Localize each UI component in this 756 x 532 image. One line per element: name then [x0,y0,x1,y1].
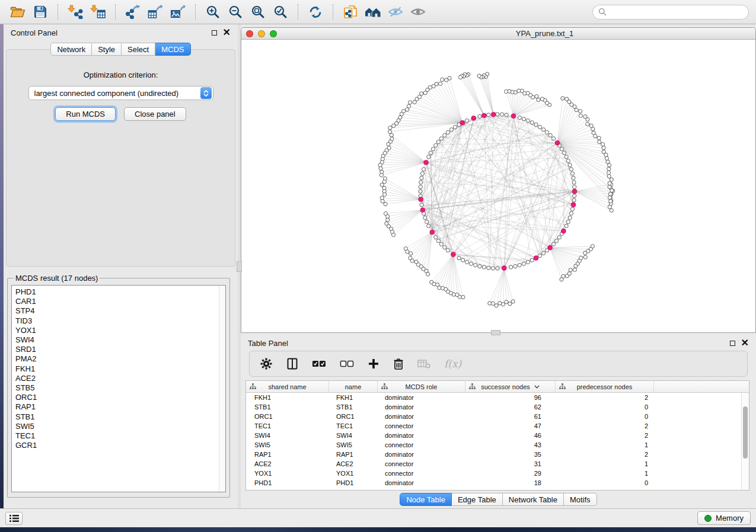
duplicate-network-button[interactable] [340,2,361,21]
table-cell: dominator [378,479,465,486]
network-window-titlebar[interactable]: YPA_prune.txt_1 [241,28,755,40]
mcds-result-item[interactable]: STP4 [15,306,225,316]
maximize-window-button[interactable] [270,30,277,37]
mcds-result-item[interactable]: PMA2 [15,354,225,364]
mcds-result-item[interactable]: RAP1 [15,402,225,412]
mcds-result-item[interactable]: SWI5 [15,422,225,431]
network-window-title: YPA_prune.txt_1 [241,29,755,38]
search-box[interactable] [592,5,749,20]
table-cell: 0 [556,413,654,420]
minimize-window-button[interactable] [258,30,265,37]
column-header-name[interactable]: name [329,381,378,392]
save-floppy-icon [34,5,47,18]
column-type-icon [469,383,476,390]
float-panel-icon[interactable] [730,341,735,346]
zoom-fit-button[interactable] [247,2,269,21]
refresh-layout-button[interactable] [305,2,326,21]
run-mcds-button[interactable]: Run MCDS [55,107,116,121]
import-table-button[interactable] [87,2,109,21]
column-header-predecessor-nodes[interactable]: predecessor nodes [556,381,654,392]
function-builder-button[interactable]: f(x) [444,358,461,370]
column-header-successor-nodes[interactable]: successor nodes [465,381,556,392]
mcds-result-item[interactable]: STB1 [15,412,225,422]
search-input[interactable] [610,7,743,17]
mcds-result-item[interactable]: STB5 [15,383,225,393]
mcds-result-item[interactable]: ORC1 [15,393,225,402]
table-tab-network-table[interactable]: Network Table [503,493,564,506]
export-image-button[interactable] [167,2,189,21]
tab-style[interactable]: Style [92,43,122,56]
mcds-result-item[interactable]: FKH1 [15,364,225,374]
mcds-result-listbox[interactable]: PHD1CAR1STP4TID3YOX1SWI4SRD1PMA2FKH1ACE2… [11,285,226,492]
control-panel: Control Panel ✕ NetworkStyleSelectMCDS O… [4,24,238,508]
table-row[interactable]: ORC1ORC1dominator610 [246,412,749,421]
open-file-button[interactable] [7,2,28,21]
export-network-button[interactable] [122,2,143,21]
table-tab-edge-table[interactable]: Edge Table [452,493,503,506]
vertical-splitter-handle[interactable] [237,261,242,272]
table-settings-button[interactable] [260,357,273,370]
table-row[interactable]: STB1STB1dominator620 [246,402,749,412]
network-graph[interactable] [241,40,755,332]
delete-entries-button[interactable] [393,358,404,370]
list-scrollbar[interactable] [219,286,225,492]
table-tab-motifs[interactable]: Motifs [564,493,597,506]
show-columns-button[interactable] [286,358,298,370]
table-row[interactable]: PHD1PHD1dominator180 [246,478,749,488]
empty-boxes-icon [340,360,354,368]
node-table: shared namenameMCDS rolesuccessor nodesp… [245,380,749,491]
column-header-MCDS-role[interactable]: MCDS role [378,381,465,392]
save-session-button[interactable] [30,2,51,21]
first-neighbors-button[interactable] [362,2,384,21]
tab-select[interactable]: Select [122,43,155,56]
memory-button[interactable]: Memory [697,511,751,525]
tab-mcds[interactable]: MCDS [155,43,190,56]
table-cell: PHD1 [329,479,378,486]
table-row[interactable]: FKH1FKH1dominator962 [246,393,749,402]
export-table-button[interactable] [145,2,166,21]
select-all-button[interactable] [312,360,326,368]
table-row[interactable]: YOX1YOX1connector291 [246,469,749,478]
zoom-in-icon [206,5,220,19]
show-panel-list-button[interactable] [5,512,23,525]
show-all-button[interactable] [407,2,429,21]
mcds-result-item[interactable]: CAR1 [15,297,225,306]
gear-icon [260,357,273,370]
column-header-shared-name[interactable]: shared name [246,381,329,392]
deselect-all-button[interactable] [340,360,354,368]
mcds-result-item[interactable]: YOX1 [15,326,225,335]
table-scrollbar-thumb[interactable] [743,406,748,459]
mcds-result-item[interactable]: TID3 [15,316,225,326]
close-window-button[interactable] [246,30,253,37]
close-panel-icon[interactable]: ✕ [223,30,231,36]
mcds-result-item[interactable]: ACE2 [15,374,225,383]
mcds-result-item[interactable]: TEC1 [15,431,225,441]
table-row[interactable]: SWI4SWI4dominator462 [246,431,749,440]
criterion-select[interactable]: largest connected component (undirected) [28,86,213,100]
zoom-out-button[interactable] [225,2,246,21]
zoom-in-button[interactable] [202,2,224,21]
mcds-result-item[interactable]: PHD1 [15,287,225,297]
table-tab-node-table[interactable]: Node Table [400,493,452,506]
mcds-result-item[interactable]: GCR1 [15,441,225,450]
table-row[interactable]: ACE2ACE2connector311 [246,459,749,469]
horizontal-splitter-handle[interactable] [491,330,500,335]
import-network-button[interactable] [65,2,86,21]
column-type-icon [250,383,256,390]
status-bar: Memory [0,508,756,527]
mcds-result-item[interactable]: SWI4 [15,335,225,345]
add-entry-button[interactable] [368,358,379,370]
tab-network[interactable]: Network [50,43,92,56]
float-panel-icon[interactable] [212,30,217,36]
table-row[interactable]: TEC1TEC1connector472 [246,421,749,431]
mcds-result-item[interactable]: SRD1 [15,345,225,354]
close-panel-button[interactable]: Close panel [124,107,186,121]
table-scrollbar[interactable] [741,393,749,490]
zoom-selected-button[interactable] [270,2,291,21]
hide-selected-button[interactable] [385,2,406,21]
close-panel-icon[interactable]: ✕ [741,340,749,346]
table-row[interactable]: RAP1RAP1dominator352 [246,450,749,459]
table-cell: FKH1 [329,394,378,401]
delete-table-button[interactable] [417,359,430,368]
table-row[interactable]: SWI5SWI5connector431 [246,440,749,450]
